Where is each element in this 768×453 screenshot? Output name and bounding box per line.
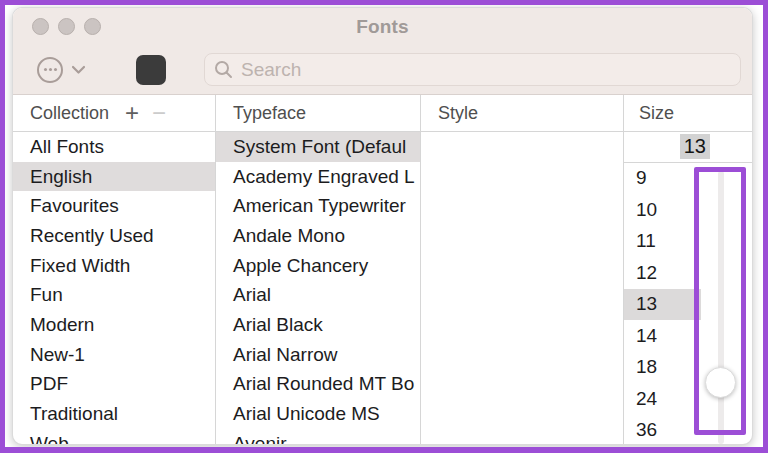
- style-header-label: Style: [438, 103, 478, 124]
- typeface-item[interactable]: Avenir: [216, 429, 420, 445]
- typeface-item[interactable]: Arial Black: [216, 310, 420, 340]
- size-item-selected[interactable]: 13: [624, 289, 701, 321]
- size-item[interactable]: 14: [624, 320, 701, 352]
- size-list: 9 10 11 12 13 14 18 24 36: [624, 163, 701, 446]
- size-slider[interactable]: [701, 163, 752, 446]
- size-input-value: 13: [680, 134, 710, 159]
- collection-item[interactable]: Web: [13, 429, 215, 445]
- remove-collection-button: −: [152, 101, 166, 125]
- add-collection-button[interactable]: +: [125, 101, 139, 125]
- size-item[interactable]: 36: [624, 415, 701, 446]
- search-input[interactable]: [241, 59, 740, 81]
- size-item[interactable]: 9: [624, 163, 701, 195]
- size-header-label: Size: [639, 103, 674, 124]
- typeface-item[interactable]: Apple Chancery: [216, 251, 420, 281]
- typeface-item[interactable]: Arial: [216, 280, 420, 310]
- size-input-field[interactable]: 13: [624, 132, 752, 163]
- fonts-window: Fonts Collection + − Typ: [12, 7, 753, 445]
- size-body: 9 10 11 12 13 14 18 24 36: [624, 163, 752, 446]
- column-headers: Collection + − Typeface Style Size: [13, 95, 752, 132]
- search-icon: [214, 60, 233, 79]
- window-title: Fonts: [13, 16, 752, 38]
- collection-list: All Fonts English Favourites Recently Us…: [13, 132, 216, 445]
- search-field[interactable]: [204, 53, 741, 86]
- ellipsis-circle-icon: [37, 57, 63, 83]
- size-item[interactable]: 11: [624, 226, 701, 258]
- collection-item[interactable]: All Fonts: [13, 132, 215, 162]
- slider-track-icon: [718, 171, 724, 445]
- typeface-item[interactable]: Academy Engraved L: [216, 162, 420, 192]
- typeface-item[interactable]: Arial Rounded MT Bo: [216, 370, 420, 400]
- screenshot-stage: Fonts Collection + − Typ: [0, 0, 768, 453]
- chevron-down-icon: [71, 65, 86, 75]
- content-area: All Fonts English Favourites Recently Us…: [13, 132, 752, 445]
- collection-item[interactable]: New-1: [13, 340, 215, 370]
- style-column-header: Style: [421, 95, 624, 131]
- size-column: 13 9 10 11 12 13 14 18 24 36: [624, 132, 752, 445]
- typeface-item[interactable]: American Typewriter: [216, 191, 420, 221]
- style-list: [421, 132, 624, 445]
- collection-item[interactable]: Modern: [13, 310, 215, 340]
- size-item[interactable]: 10: [624, 194, 701, 226]
- typeface-item[interactable]: Arial Unicode MS: [216, 399, 420, 429]
- collection-item[interactable]: Fixed Width: [13, 251, 215, 281]
- collection-item-selected[interactable]: English: [13, 162, 215, 192]
- size-item[interactable]: 12: [624, 257, 701, 289]
- typeface-item[interactable]: Arial Narrow: [216, 340, 420, 370]
- collection-item[interactable]: Fun: [13, 280, 215, 310]
- collection-header-label: Collection: [30, 103, 109, 124]
- size-item[interactable]: 18: [624, 352, 701, 384]
- collection-item[interactable]: Recently Used: [13, 221, 215, 251]
- typeface-header-label: Typeface: [233, 103, 306, 124]
- text-color-swatch[interactable]: [136, 55, 166, 85]
- slider-thumb[interactable]: [705, 367, 736, 398]
- size-item[interactable]: 24: [624, 383, 701, 415]
- actions-menu-button[interactable]: [37, 57, 86, 83]
- titlebar: Fonts: [13, 8, 752, 45]
- typeface-item[interactable]: Andale Mono: [216, 221, 420, 251]
- collection-item[interactable]: Favourites: [13, 191, 215, 221]
- typeface-item-selected[interactable]: System Font (Defaul: [216, 132, 420, 162]
- typeface-column-header: Typeface: [216, 95, 421, 131]
- size-column-header: Size: [624, 95, 752, 131]
- collection-item[interactable]: Traditional: [13, 399, 215, 429]
- collection-item[interactable]: PDF: [13, 370, 215, 400]
- collection-column-header: Collection + −: [13, 95, 216, 131]
- typeface-list: System Font (Defaul Academy Engraved L A…: [216, 132, 421, 445]
- toolbar: [13, 45, 752, 95]
